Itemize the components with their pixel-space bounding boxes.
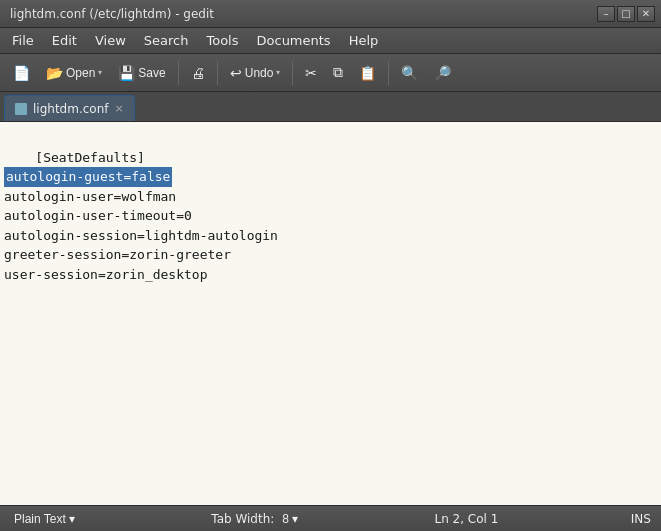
line-3: autologin-user=wolfman — [4, 189, 176, 204]
tab-bar: lightdm.conf × — [0, 92, 661, 122]
print-button[interactable]: 🖨 — [184, 59, 212, 87]
editor-area[interactable]: [SeatDefaults] autologin-guest=false aut… — [0, 122, 661, 505]
menu-documents[interactable]: Documents — [249, 30, 339, 51]
new-icon: 📄 — [13, 65, 30, 81]
paste-icon: 📋 — [359, 65, 376, 81]
save-icon: 💾 — [118, 65, 135, 81]
toolbar: 📄 📂 Open ▾ 💾 Save 🖨 ↩ Undo ▾ ✂ ⧉ 📋 🔍 🔎 — [0, 54, 661, 92]
undo-dropdown-arrow: ▾ — [276, 68, 280, 77]
line-4: autologin-user-timeout=0 — [4, 208, 192, 223]
editor-content: [SeatDefaults] autologin-guest=false aut… — [4, 128, 657, 304]
cursor-position: Ln 2, Col 1 — [434, 512, 498, 526]
toolbar-separator-1 — [178, 61, 179, 85]
insert-mode: INS — [631, 512, 651, 526]
tab-close-button[interactable]: × — [115, 103, 124, 114]
open-dropdown-arrow: ▾ — [98, 68, 102, 77]
tab-width-dropdown-icon: ▾ — [292, 512, 298, 526]
cut-icon: ✂ — [305, 65, 317, 81]
cut-button[interactable]: ✂ — [298, 59, 324, 87]
toolbar-separator-3 — [292, 61, 293, 85]
status-bar: Plain Text ▾ Tab Width: 8 ▾ Ln 2, Col 1 … — [0, 505, 661, 531]
language-section: Plain Text ▾ — [10, 510, 79, 528]
toolbar-separator-4 — [388, 61, 389, 85]
language-button[interactable]: Plain Text ▾ — [10, 510, 79, 528]
copy-button[interactable]: ⧉ — [326, 59, 350, 87]
menu-tools[interactable]: Tools — [198, 30, 246, 51]
cursor-position-section: Ln 2, Col 1 — [434, 512, 498, 526]
menu-view[interactable]: View — [87, 30, 134, 51]
copy-icon: ⧉ — [333, 64, 343, 81]
title-bar: lightdm.conf (/etc/lightdm) - gedit – □ … — [0, 0, 661, 28]
save-button[interactable]: 💾 Save — [111, 59, 172, 87]
search-icon: 🔍 — [401, 65, 418, 81]
insert-mode-section: INS — [631, 512, 651, 526]
line-2-selected: autologin-guest=false — [4, 167, 172, 187]
language-label: Plain Text — [14, 512, 66, 526]
menu-edit[interactable]: Edit — [44, 30, 85, 51]
tab-width-button[interactable]: 8 ▾ — [278, 510, 302, 528]
replace-icon: 🔎 — [434, 65, 451, 81]
line-7: user-session=zorin_desktop — [4, 267, 208, 282]
tab-width-value: 8 — [282, 512, 289, 526]
line-5: autologin-session=lightdm-autologin — [4, 228, 278, 243]
tab-width-section: Tab Width: 8 ▾ — [211, 510, 302, 528]
undo-icon: ↩ — [230, 65, 242, 81]
line-6: greeter-session=zorin-greeter — [4, 247, 231, 262]
menu-file[interactable]: File — [4, 30, 42, 51]
restore-button[interactable]: □ — [617, 6, 635, 22]
window-controls: – □ ✕ — [597, 6, 655, 22]
menu-bar: File Edit View Search Tools Documents He… — [0, 28, 661, 54]
tab-width-label: Tab Width: — [211, 512, 274, 526]
window-title: lightdm.conf (/etc/lightdm) - gedit — [6, 7, 214, 21]
language-dropdown-icon: ▾ — [69, 512, 75, 526]
paste-button[interactable]: 📋 — [352, 59, 383, 87]
toolbar-separator-2 — [217, 61, 218, 85]
replace-button[interactable]: 🔎 — [427, 59, 458, 87]
undo-label: Undo — [245, 66, 274, 80]
open-button[interactable]: 📂 Open ▾ — [39, 59, 109, 87]
new-button[interactable]: 📄 — [6, 59, 37, 87]
tab-file-icon — [15, 103, 27, 115]
close-button[interactable]: ✕ — [637, 6, 655, 22]
line-1: [SeatDefaults] — [35, 150, 145, 165]
open-icon: 📂 — [46, 65, 63, 81]
find-button[interactable]: 🔍 — [394, 59, 425, 87]
open-label: Open — [66, 66, 95, 80]
save-label: Save — [138, 66, 165, 80]
print-icon: 🖨 — [191, 65, 205, 81]
minimize-button[interactable]: – — [597, 6, 615, 22]
undo-button[interactable]: ↩ Undo ▾ — [223, 59, 288, 87]
tab-lightdm-conf[interactable]: lightdm.conf × — [4, 95, 135, 121]
menu-help[interactable]: Help — [341, 30, 387, 51]
tab-filename: lightdm.conf — [33, 102, 109, 116]
menu-search[interactable]: Search — [136, 30, 197, 51]
